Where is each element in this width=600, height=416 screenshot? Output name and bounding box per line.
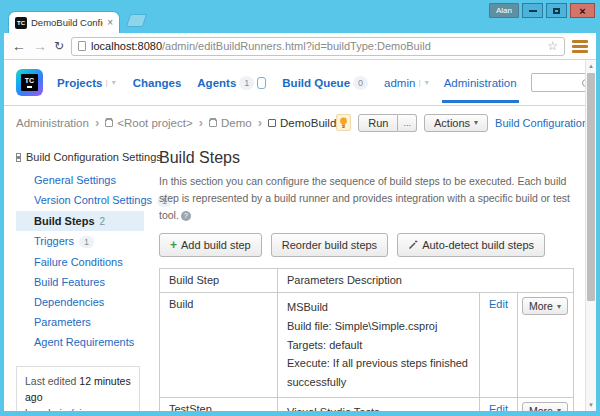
last-edited-box: Last edited 12 minutes ago by admin (vie… <box>16 366 140 411</box>
edit-link[interactable]: Edit <box>489 298 508 310</box>
nav-agents[interactable]: Agents 1 <box>197 76 266 90</box>
sidebar-item-build-features[interactable]: Build Features <box>16 272 144 292</box>
breadcrumb-root-project[interactable]: <Root project> <box>105 117 192 129</box>
settings-icon <box>16 153 21 162</box>
sidebar-item-build-steps[interactable]: Build Steps2 <box>16 211 144 231</box>
user-dropdown-icon[interactable]: | ▾ <box>418 78 429 87</box>
teamcity-header: TC Projects | ▾ Changes Agents 1 Build Q… <box>4 60 596 106</box>
back-icon[interactable]: ← <box>12 39 26 53</box>
step-name: TestStep <box>160 397 278 411</box>
project-icon <box>209 119 217 127</box>
sidebar-item-version-control-settings[interactable]: Version Control Settings1 <box>16 190 144 211</box>
nav-projects[interactable]: Projects | ▾ <box>57 77 117 89</box>
settings-sidebar: Build Configuration Settings General Set… <box>16 149 144 411</box>
scrollbar-thumb[interactable] <box>587 73 595 301</box>
auto-detect-build-steps-button[interactable]: Auto-detect build steps <box>397 233 545 257</box>
tab-title: DemoBuild Configuration <box>31 17 103 28</box>
forward-icon[interactable]: → <box>33 39 47 53</box>
sidebar-item-dependencies[interactable]: Dependencies <box>16 292 144 312</box>
table-row: Build MSBuild Build file: Simple\Simple.… <box>160 293 574 397</box>
step-parameters: Visual Studio Tests Test engine: VSTest … <box>278 397 480 411</box>
build-queue-count-badge: 0 <box>353 76 368 90</box>
bookmark-star-icon[interactable]: ☆ <box>547 39 558 53</box>
browser-tab[interactable]: TC DemoBuild Configuration × <box>8 11 120 33</box>
build-steps-count: 2 <box>100 216 106 227</box>
more-button[interactable]: More ▾ <box>522 297 568 315</box>
profile-badge[interactable]: Alan <box>489 3 519 18</box>
column-header-build-step: Build Step <box>160 269 278 293</box>
url-path: /admin/editBuildRunners.html?id=buildTyp… <box>162 40 431 52</box>
more-button[interactable]: More ▾ <box>522 402 568 411</box>
teamcity-favicon-icon: TC <box>15 17 27 29</box>
address-bar[interactable]: localhost:8080/admin/editBuildRunners.ht… <box>71 37 565 56</box>
chrome-menu-icon[interactable] <box>572 40 588 53</box>
chevron-down-icon: ▾ <box>557 302 561 311</box>
table-row: TestStep Visual Studio Tests Test engine… <box>160 397 574 411</box>
nav-changes[interactable]: Changes <box>133 77 182 89</box>
maximize-button[interactable] <box>546 3 567 18</box>
sidebar-item-triggers[interactable]: Triggers1 <box>16 231 144 252</box>
hint-lightbulb-icon[interactable] <box>336 114 351 131</box>
column-header-parameters-description: Parameters Description <box>278 269 574 293</box>
url-text: localhost:8080/admin/editBuildRunners.ht… <box>91 40 431 52</box>
actions-button[interactable]: Actions ▾ <box>424 114 488 132</box>
breadcrumb-administration[interactable]: Administration <box>16 117 89 129</box>
build-configuration-icon <box>268 119 276 127</box>
breadcrumb: Administration › <Root project> › Demo ›… <box>4 106 596 139</box>
edit-link[interactable]: Edit <box>489 403 508 411</box>
url-host: localhost:8080 <box>91 40 162 52</box>
projects-dropdown-icon[interactable]: | ▾ <box>105 78 116 87</box>
run-button[interactable]: Run <box>358 114 398 132</box>
project-icon <box>105 119 113 127</box>
chevron-right-icon: › <box>258 116 262 129</box>
browser-window: TC DemoBuild Configuration × Alan × ← → … <box>0 0 600 416</box>
build-steps-table: Build Step Parameters Description Build … <box>159 268 574 411</box>
page-scrollbar[interactable]: ▲ ▼ <box>585 60 596 411</box>
sidebar-item-failure-conditions[interactable]: Failure Conditions <box>16 252 144 272</box>
chevron-down-icon: ▾ <box>557 406 561 411</box>
reorder-build-steps-button[interactable]: Reorder build steps <box>271 233 388 257</box>
step-parameters: MSBuild Build file: Simple\Simple.csproj… <box>278 293 480 397</box>
close-button[interactable]: × <box>570 3 595 18</box>
build-steps-panel: Build Steps In this section you can conf… <box>144 149 596 411</box>
page-viewport: TC Projects | ▾ Changes Agents 1 Build Q… <box>4 60 596 411</box>
titlebar: TC DemoBuild Configuration × Alan × <box>0 0 600 33</box>
chevron-down-icon: ▾ <box>474 118 478 127</box>
scroll-up-icon[interactable]: ▲ <box>586 63 596 69</box>
scroll-down-icon[interactable]: ▼ <box>586 402 596 408</box>
breadcrumb-demo[interactable]: Demo <box>209 117 252 129</box>
sidebar-item-parameters[interactable]: Parameters <box>16 312 144 332</box>
browser-toolbar: ← → ↻ localhost:8080/admin/editBuildRunn… <box>4 33 596 60</box>
run-options-button[interactable]: ... <box>398 114 417 132</box>
sidebar-title: Build Configuration Settings <box>16 149 144 167</box>
active-nav-underline <box>442 100 519 103</box>
new-tab-button[interactable] <box>126 14 147 27</box>
sidebar-item-agent-requirements[interactable]: Agent Requirements <box>16 332 144 352</box>
user-menu[interactable]: admin | ▾ <box>384 77 430 89</box>
wand-icon <box>408 240 418 250</box>
agent-status-icon <box>257 77 266 89</box>
add-build-step-button[interactable]: + Add build step <box>159 233 262 257</box>
breadcrumb-demobuild[interactable]: DemoBuild <box>268 117 336 129</box>
plus-icon: + <box>170 239 177 251</box>
reload-icon[interactable]: ↻ <box>54 40 64 52</box>
chevron-right-icon: › <box>95 116 99 129</box>
section-description: In this section you can configure the se… <box>159 173 574 223</box>
minimize-button[interactable] <box>522 3 543 18</box>
build-configuration-home-link[interactable]: Build Configuration Home <box>495 117 596 129</box>
page-title: Build Steps <box>159 149 574 167</box>
nav-administration[interactable]: Administration <box>444 77 517 89</box>
agents-count-badge: 1 <box>239 76 254 90</box>
teamcity-logo-icon[interactable]: TC <box>16 69 43 96</box>
help-icon[interactable]: ? <box>181 211 191 221</box>
table-header-row: Build Step Parameters Description <box>160 269 574 293</box>
sidebar-item-general-settings[interactable]: General Settings <box>16 170 144 190</box>
chevron-right-icon: › <box>199 116 203 129</box>
nav-build-queue[interactable]: Build Queue 0 <box>282 76 368 90</box>
tab-close-icon[interactable]: × <box>107 18 113 28</box>
page-icon <box>78 41 86 51</box>
triggers-count-badge: 1 <box>79 236 94 248</box>
step-name: Build <box>160 293 278 397</box>
